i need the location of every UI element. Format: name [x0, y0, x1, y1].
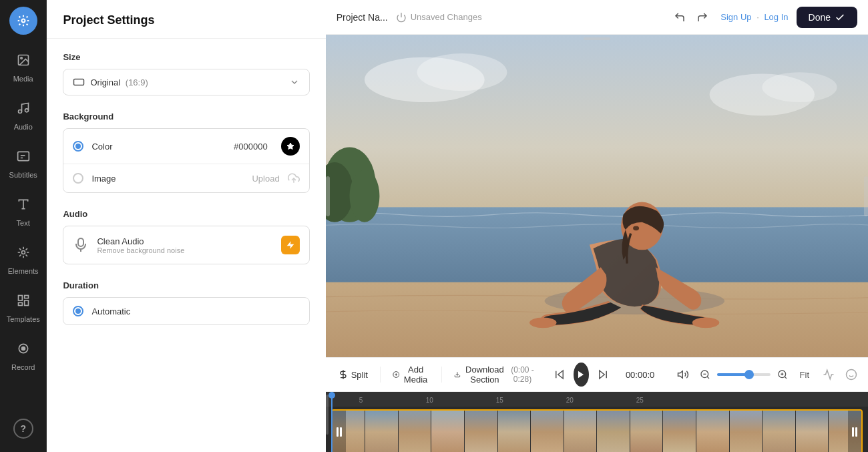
project-name[interactable]: Project Na...	[337, 12, 388, 23]
emoji-button[interactable]	[843, 366, 860, 383]
skip-forward-button[interactable]	[594, 366, 612, 383]
svg-point-29	[349, 170, 379, 222]
preview-area: Project Na... Unsaved Changes	[326, 0, 868, 452]
sidebar-item-elements[interactable]: Elements	[0, 234, 46, 282]
svg-rect-12	[18, 302, 22, 305]
size-dropdown[interactable]: Original (16:9)	[63, 69, 309, 95]
svg-marker-43	[599, 371, 604, 379]
clean-audio-title: Clean Audio	[97, 236, 272, 246]
sidebar-item-subtitles[interactable]: Subtitles	[0, 138, 46, 186]
sidebar-item-audio[interactable]: Audio	[0, 89, 46, 138]
svg-rect-9	[18, 296, 22, 301]
sidebar-item-help[interactable]: ?	[0, 412, 46, 445]
color-swatch[interactable]	[281, 137, 300, 156]
background-card: Color #000000 Image Upload	[63, 128, 309, 193]
playback-bar: Split Add Media Download Section (0:00 -…	[326, 357, 868, 392]
strip-frame	[465, 411, 498, 452]
svg-point-2	[21, 57, 22, 59]
color-radio[interactable]	[73, 141, 83, 152]
svg-rect-11	[24, 300, 28, 306]
pause-handle-right[interactable]	[848, 411, 861, 452]
strip-frame	[564, 411, 598, 452]
volume-button[interactable]	[674, 366, 692, 383]
strip-frame	[763, 411, 796, 452]
add-media-button[interactable]: Add Media	[389, 362, 433, 387]
split-button[interactable]: Split	[334, 367, 372, 383]
ruler-mark-5: 5	[359, 397, 363, 404]
settings-icon-circle[interactable]	[9, 7, 37, 35]
size-section: Size Original (16:9)	[63, 52, 309, 95]
zoom-slider[interactable]	[717, 373, 771, 376]
download-button[interactable]: Download Section (0:00 - 0:28)	[450, 362, 540, 387]
ruler-mark-10: 10	[426, 397, 433, 404]
svg-marker-42	[578, 371, 584, 379]
sidebar-item-record[interactable]: Record	[0, 330, 46, 378]
strip-frame	[597, 411, 630, 452]
zoom-out-button[interactable]	[697, 367, 713, 383]
play-button[interactable]	[574, 363, 589, 387]
fit-button[interactable]: Fit	[795, 367, 815, 383]
duration-section: Duration Automatic	[63, 280, 309, 325]
image-radio[interactable]	[73, 173, 83, 184]
redo-button[interactable]	[692, 7, 712, 27]
zoom-section: Fit	[697, 367, 815, 383]
strip-frame	[796, 411, 829, 452]
unsaved-badge: Unsaved Changes	[396, 12, 482, 23]
automatic-option[interactable]: Automatic	[63, 298, 308, 324]
sidebar-item-label: Record	[11, 363, 35, 371]
svg-rect-56	[337, 427, 339, 437]
strip-frame	[365, 411, 399, 452]
timeline-scrollbar	[326, 395, 329, 435]
size-label: Size	[63, 52, 309, 62]
background-label: Background	[63, 111, 309, 122]
sidebar-item-label: Templates	[7, 315, 40, 323]
svg-point-24	[762, 72, 837, 102]
video-strip[interactable]	[331, 409, 863, 452]
preview-scroll-right	[864, 176, 868, 216]
svg-rect-15	[74, 79, 84, 85]
scroll-indicator-top	[584, 37, 610, 40]
upload-button[interactable]: Upload	[252, 174, 279, 184]
svg-rect-59	[855, 427, 857, 437]
pause-handle-left[interactable]	[333, 411, 346, 452]
color-hex-value: #000000	[234, 142, 268, 152]
sidebar-item-label: Elements	[8, 267, 39, 275]
video-preview	[326, 35, 868, 357]
strip-frame	[663, 411, 696, 452]
svg-point-33	[529, 317, 556, 328]
svg-marker-18	[286, 241, 294, 249]
timeline-track[interactable]	[331, 409, 863, 452]
signup-link[interactable]: Sign Up	[720, 12, 751, 22]
sidebar-item-text[interactable]: Text	[0, 186, 46, 234]
svg-point-8	[21, 251, 25, 254]
background-section: Background Color #000000 Image Upload	[63, 111, 309, 193]
color-option[interactable]: Color #000000	[63, 129, 308, 164]
svg-marker-45	[678, 371, 682, 379]
svg-rect-10	[24, 296, 28, 298]
strip-frame	[431, 411, 465, 452]
ruler-mark-20: 20	[566, 397, 574, 404]
timeline-indicator	[331, 395, 333, 452]
svg-point-32	[633, 226, 639, 230]
svg-line-50	[785, 377, 787, 379]
image-option[interactable]: Image Upload	[63, 164, 308, 192]
settings-title: Project Settings	[63, 13, 309, 27]
download-range: (0:00 - 0:28)	[509, 365, 535, 384]
audio-info: Clean Audio Remove background noise	[97, 236, 272, 254]
divider-1	[380, 367, 381, 383]
undo-button[interactable]	[670, 7, 690, 27]
sidebar-item-templates[interactable]: Templates	[0, 282, 46, 330]
waveform-button[interactable]	[820, 366, 837, 383]
login-link[interactable]: Log In	[764, 12, 788, 22]
automatic-radio[interactable]	[73, 306, 83, 316]
done-button[interactable]: Done	[797, 7, 857, 28]
skip-back-button[interactable]	[551, 366, 568, 383]
zoom-in-button[interactable]	[775, 367, 791, 383]
strip-frame	[630, 411, 664, 452]
image-label: Image	[91, 174, 244, 184]
strip-frame	[730, 411, 763, 452]
sidebar-item-media[interactable]: Media	[0, 41, 46, 89]
audio-upgrade-badge[interactable]	[281, 236, 300, 254]
strip-frame	[531, 411, 564, 452]
add-media-label: Add Media	[402, 365, 429, 385]
